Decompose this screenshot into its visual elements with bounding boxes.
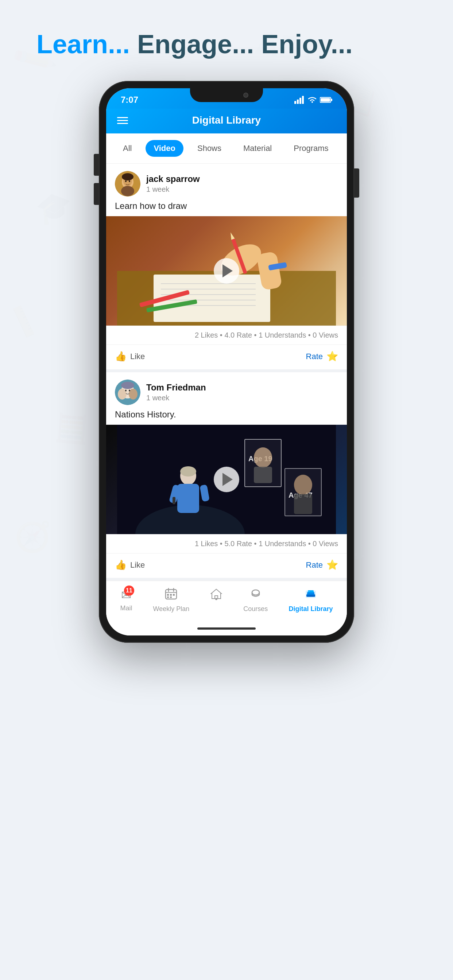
svg-point-23 (129, 180, 130, 182)
battery-icon (320, 97, 332, 103)
volume-down-button (94, 183, 99, 205)
svg-rect-70 (170, 597, 172, 598)
svg-rect-57 (254, 467, 272, 483)
tagline: Learn... Engage... Enjoy... (7, 29, 446, 59)
app-nav-bar: Digital Library (106, 109, 347, 134)
svg-marker-36 (229, 232, 234, 240)
svg-point-72 (252, 590, 259, 595)
play-triangle-jack (222, 264, 233, 277)
avatar-jack (115, 171, 140, 197)
courses-icon (249, 588, 262, 603)
mail-badge: 11 (124, 585, 134, 596)
signal-icon (294, 96, 305, 104)
post-meta-jack: jack sparrow 1 week (146, 174, 338, 194)
nav-item-mail[interactable]: ✉ 11 Mail (120, 588, 132, 613)
nav-item-digital-library[interactable]: Digital Library (289, 588, 333, 613)
nav-label-digital-library: Digital Library (289, 605, 333, 613)
post-title-tom: Nations History. (106, 409, 347, 425)
bottom-nav: ✉ 11 Mail (106, 581, 347, 624)
post-author-tom: Tom Friedman (146, 382, 338, 393)
stats-text-jack: 2 Likes • 4.0 Rate • 1 Understands • 0 V… (195, 331, 338, 339)
hamburger-menu[interactable] (117, 117, 128, 124)
avatar-image-jack (115, 171, 140, 197)
svg-rect-76 (306, 594, 315, 597)
post-author-jack: jack sparrow (146, 174, 338, 184)
svg-rect-67 (170, 594, 172, 596)
post-header-1: jack sparrow 1 week (106, 164, 347, 201)
avatar-tom (115, 380, 140, 405)
svg-rect-68 (173, 594, 175, 596)
app-title: Digital Library (192, 115, 261, 126)
stats-row-tom: 1 Likes • 5.0 Rate • 1 Understands • 0 V… (106, 534, 347, 553)
svg-text:🧮: 🧮 (54, 411, 91, 447)
tab-material[interactable]: Material (235, 140, 280, 157)
post-header-tom: Tom Friedman 1 week (106, 372, 347, 409)
rate-label-tom: Rate (306, 560, 323, 570)
nav-label-courses: Courses (243, 605, 268, 613)
post-title-jack: Learn how to draw (106, 201, 347, 216)
post-time-tom: 1 week (146, 394, 338, 402)
svg-rect-12 (300, 98, 301, 104)
play-triangle-tom (222, 473, 233, 486)
svg-rect-53 (172, 497, 175, 504)
nav-label-weekly-plan: Weekly Plan (153, 605, 190, 613)
tagline-engage: Engage... Enjoy... (130, 30, 353, 59)
svg-point-22 (125, 180, 126, 182)
rate-button-tom[interactable]: Rate ⭐ (306, 559, 338, 571)
svg-rect-66 (167, 594, 169, 596)
svg-rect-13 (302, 96, 304, 104)
svg-point-24 (121, 186, 134, 196)
star-icon-jack: ⭐ (327, 351, 338, 362)
svg-point-21 (122, 173, 134, 180)
svg-rect-61 (294, 494, 312, 514)
svg-text:📏: 📏 (3, 302, 44, 341)
rate-button-jack[interactable]: Rate ⭐ (306, 351, 338, 362)
post-time-jack: 1 week (146, 185, 338, 194)
svg-point-60 (294, 475, 312, 495)
phone-shell: 7:07 (99, 81, 354, 643)
like-label-tom: Like (130, 560, 145, 570)
like-label-jack: Like (130, 352, 145, 361)
nav-label-mail: Mail (120, 605, 132, 612)
nav-item-home[interactable] (210, 588, 222, 613)
svg-point-56 (254, 447, 272, 468)
play-button-jack[interactable] (214, 258, 239, 284)
svg-rect-16 (331, 99, 332, 101)
svg-rect-11 (297, 100, 299, 104)
page-wrapper: ✏️ 📖 🎓 ABC 📏 🔬 🧮 🖌️ 🧭 ⚛️ Learn... Engage… (0, 0, 453, 980)
volume-up-button (94, 154, 99, 176)
svg-point-43 (121, 382, 134, 389)
stats-text-tom: 1 Likes • 5.0 Rate • 1 Understands • 0 V… (195, 539, 338, 547)
wifi-icon (308, 96, 317, 103)
tab-video[interactable]: Video (145, 140, 183, 157)
svg-text:🧭: 🧭 (14, 520, 51, 554)
tab-shows[interactable]: Shows (189, 140, 230, 157)
video-thumb-jack[interactable] (106, 216, 347, 326)
svg-point-44 (125, 390, 126, 391)
post-meta-tom: Tom Friedman 1 week (146, 382, 338, 402)
thumb-icon-jack: 👍 (115, 351, 126, 362)
svg-rect-17 (321, 98, 330, 102)
video-thumb-tom[interactable]: Age 19 Age 47 (106, 425, 347, 534)
nav-item-courses[interactable]: Courses (243, 588, 268, 613)
notch (190, 88, 263, 102)
nav-item-weekly-plan[interactable]: Weekly Plan (153, 588, 190, 613)
svg-point-49 (180, 466, 196, 477)
svg-rect-77 (307, 592, 314, 595)
like-button-jack[interactable]: 👍 Like (115, 351, 145, 362)
stats-row-jack: 2 Likes • 4.0 Rate • 1 Understands • 0 V… (106, 326, 347, 345)
tab-all[interactable]: All (115, 140, 140, 157)
svg-rect-10 (294, 101, 296, 104)
action-row-jack: 👍 Like Rate ⭐ (106, 345, 347, 369)
post-card-2: Tom Friedman 1 week Nations History. (106, 372, 347, 581)
post-card-1: jack sparrow 1 week Learn how to draw (106, 164, 347, 372)
avatar-image-tom (115, 380, 140, 405)
action-row-tom: 👍 Like Rate ⭐ (106, 553, 347, 578)
tab-programs[interactable]: Programs (286, 140, 336, 157)
play-button-tom[interactable] (214, 467, 239, 492)
home-icon (210, 588, 222, 603)
status-icons (294, 96, 332, 104)
hamburger-line-1 (117, 117, 128, 118)
svg-rect-50 (177, 484, 199, 513)
like-button-tom[interactable]: 👍 Like (115, 559, 145, 571)
